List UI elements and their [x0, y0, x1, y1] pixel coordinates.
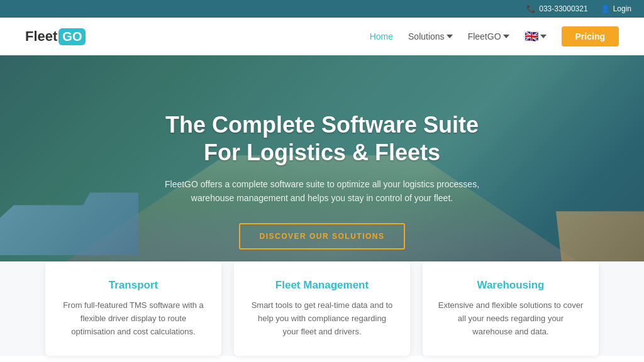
- nav-home-link[interactable]: Home: [370, 31, 393, 41]
- phone-number: 033-33000321: [539, 4, 587, 13]
- nav-solutions-label: Solutions: [408, 31, 445, 41]
- card-transport-title: Transport: [60, 279, 206, 292]
- nav-lang[interactable]: 🇬🇧: [525, 30, 547, 43]
- card-fleet-title: Fleet Management: [249, 279, 395, 292]
- flag-icon: 🇬🇧: [525, 30, 538, 43]
- logo[interactable]: Fleet GO: [25, 28, 86, 45]
- nav-home[interactable]: Home: [370, 31, 393, 42]
- phone-icon: 📞: [526, 4, 536, 13]
- nav-links: Home Solutions FleetGO 🇬🇧 Pricing: [370, 26, 619, 47]
- cards-section: Transport From full-featured TMS softwar…: [0, 261, 644, 356]
- chevron-down-icon: [447, 33, 453, 40]
- user-icon: 👤: [601, 4, 610, 13]
- card-warehousing-title: Warehousing: [438, 279, 584, 292]
- hero-title: The Complete Software Suite For Logistic…: [146, 111, 498, 165]
- login-link[interactable]: 👤 Login: [601, 4, 631, 13]
- nav-pricing-item[interactable]: Pricing: [562, 26, 619, 47]
- logo-go: GO: [58, 28, 86, 45]
- hero-content: The Complete Software Suite For Logistic…: [133, 111, 511, 249]
- chevron-down-icon-3: [540, 33, 547, 40]
- card-warehousing-text: Extensive and flexible solutions to cove…: [438, 299, 584, 338]
- logo-fleet: Fleet: [25, 28, 57, 45]
- card-transport-text: From full-featured TMS software with a f…: [60, 299, 206, 338]
- hero-subtitle: FleetGO offers a complete software suite…: [146, 177, 498, 206]
- pricing-button[interactable]: Pricing: [562, 26, 619, 47]
- login-label: Login: [613, 4, 631, 13]
- card-warehousing: Warehousing Extensive and flexible solut…: [423, 261, 599, 356]
- card-fleet: Fleet Management Smart tools to get real…: [234, 261, 410, 356]
- discover-button[interactable]: DISCOVER OUR SOLUTIONS: [239, 223, 404, 250]
- navbar: Fleet GO Home Solutions FleetGO 🇬🇧 Prici…: [0, 18, 644, 55]
- chevron-down-icon-2: [503, 33, 509, 40]
- card-fleet-text: Smart tools to get real-time data and to…: [249, 299, 395, 338]
- nav-fleetgo[interactable]: FleetGO: [468, 31, 509, 41]
- nav-fleetgo-label: FleetGO: [468, 31, 501, 41]
- top-bar: 📞 033-33000321 👤 Login: [0, 0, 644, 18]
- card-transport: Transport From full-featured TMS softwar…: [45, 261, 221, 356]
- nav-solutions[interactable]: Solutions: [408, 31, 453, 41]
- phone-info: 📞 033-33000321: [526, 4, 587, 13]
